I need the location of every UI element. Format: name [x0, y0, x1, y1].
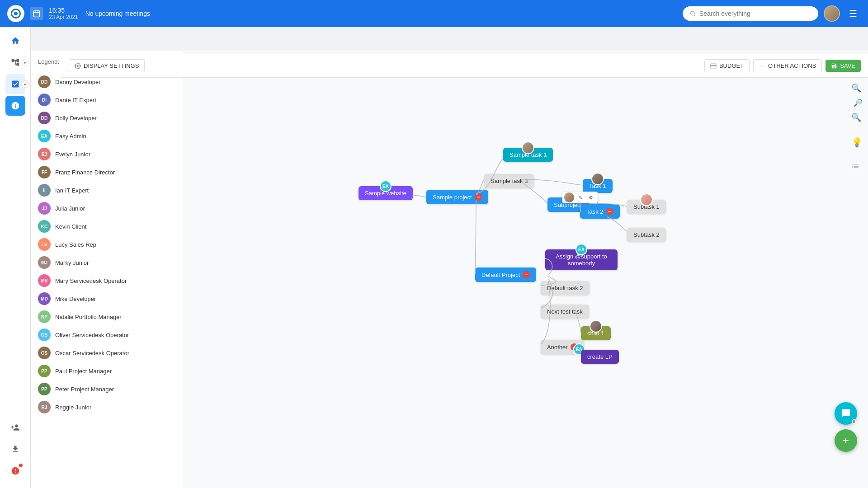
- node-sample-project[interactable]: Sample project −: [426, 190, 488, 204]
- app-logo[interactable]: [7, 5, 24, 22]
- node-subtask-1[interactable]: Subtask 1: [627, 200, 666, 214]
- legend-item[interactable]: JJJulia Junior: [31, 199, 182, 217]
- sidebar-expand-btn[interactable]: ▸: [22, 59, 29, 66]
- legend-item[interactable]: FFFranz Finance Director: [31, 163, 182, 181]
- avatar-sample-task-1: [522, 141, 534, 154]
- legend-panel: Legend: Assignee ▼ ▲ DDDanny DeveloperDI…: [31, 51, 182, 488]
- other-actions-button[interactable]: OTHER ACTIONS: [753, 59, 822, 72]
- add-fab-button[interactable]: +: [835, 429, 857, 452]
- svg-point-9: [762, 66, 763, 66]
- left-sidebar: ▸ ▸: [0, 27, 31, 488]
- display-settings-button[interactable]: DISPLAY SETTINGS: [69, 59, 145, 72]
- legend-item[interactable]: KCKevin Client: [31, 217, 182, 235]
- search-input[interactable]: [699, 10, 811, 17]
- node-task-2-minus[interactable]: −: [606, 208, 613, 215]
- legend-item[interactable]: EJEvelyn Junior: [31, 145, 182, 163]
- search-bar[interactable]: [683, 6, 818, 21]
- legend-item[interactable]: LSLucy Sales Rep: [31, 235, 182, 253]
- zoom-in-icon[interactable]: 🔍: [849, 81, 864, 95]
- calendar-icon[interactable]: [30, 7, 43, 20]
- legend-item-name: Easy Admin: [55, 133, 86, 140]
- sidebar-icon-add-user[interactable]: [5, 418, 25, 437]
- node-task-1[interactable]: Task 1: [583, 179, 613, 193]
- chat-fab-button[interactable]: [835, 402, 857, 425]
- save-label: SAVE: [840, 62, 855, 69]
- legend-item-name: Lucy Sales Rep: [55, 241, 96, 248]
- legend-item-name: Mike Developer: [55, 296, 96, 302]
- meeting-status: No upcoming meetings: [85, 10, 150, 17]
- legend-item-name: Franz Finance Director: [55, 169, 115, 176]
- sidebar-icon-tree[interactable]: ▸: [5, 52, 25, 72]
- svg-point-6: [77, 65, 79, 67]
- legend-item[interactable]: OSOscar Servicedesk Operator: [31, 344, 182, 362]
- legend-item-name: Reggie Junior: [55, 404, 91, 411]
- canvas-area[interactable]: 🏴 🔍 🔍 🔍 💡 EA Sample website: [182, 51, 868, 488]
- svg-line-5: [694, 15, 695, 16]
- hamburger-menu[interactable]: ☰: [845, 6, 861, 21]
- bulb-icon[interactable]: 💡: [849, 135, 864, 150]
- legend-item[interactable]: DDDolly Developer: [31, 109, 182, 127]
- node-assign-support[interactable]: EA Assign @support to somebody: [545, 249, 618, 270]
- legend-item[interactable]: IIIan IT Expert: [31, 181, 182, 199]
- legend-item[interactable]: MDMike Developer: [31, 290, 182, 308]
- svg-point-10: [760, 66, 761, 66]
- legend-item-name: Paul Project Manager: [55, 368, 112, 375]
- node-task-2[interactable]: Task 2 −: [580, 204, 620, 219]
- legend-item[interactable]: PPPeter Project Manager: [31, 380, 182, 398]
- node-default-task-2[interactable]: Default task 2: [541, 281, 590, 295]
- zoom-reset-icon[interactable]: 🔍: [849, 97, 864, 109]
- list-icon[interactable]: [849, 160, 864, 174]
- legend-avatar: MJ: [38, 256, 51, 269]
- sidebar-icon-export[interactable]: [5, 439, 25, 459]
- node-sample-project-label: Sample project: [433, 194, 472, 201]
- avatar-subtask-1: [640, 193, 653, 206]
- legend-avatar: OS: [38, 347, 51, 359]
- avatar-child-1: [590, 320, 602, 333]
- sidebar-icon-info[interactable]: [5, 96, 25, 116]
- alert-badge: [19, 464, 23, 467]
- legend-item[interactable]: MSMary Servicedesk Operator: [31, 272, 182, 290]
- node-default-project-minus[interactable]: −: [523, 271, 530, 278]
- topbar: 16:35 23 Apr 2021 No upcoming meetings ☰: [0, 0, 868, 27]
- node-create-lp[interactable]: create LP: [581, 350, 619, 364]
- legend-item-name: Evelyn Junior: [55, 151, 90, 158]
- legend-avatar: KC: [38, 220, 51, 233]
- legend-item[interactable]: RJReggie Junior: [31, 398, 182, 416]
- node-sample-task-1[interactable]: Sample task 1: [503, 148, 553, 162]
- legend-item[interactable]: MJMarky Junior: [31, 253, 182, 272]
- task2-avatar-btn[interactable]: [564, 192, 574, 202]
- budget-button[interactable]: BUDGET: [704, 59, 750, 72]
- node-sample-task-3[interactable]: Sample task 3: [484, 174, 534, 188]
- node-child-1[interactable]: child 1: [581, 326, 611, 340]
- node-next-test-task-label: Next test task: [547, 308, 583, 315]
- node-default-project[interactable]: Default Project −: [475, 267, 536, 282]
- sidebar-icon-home[interactable]: [5, 31, 25, 51]
- legend-item[interactable]: NPNatalie Portfolio Manager: [31, 308, 182, 326]
- sidebar-icon-tasks[interactable]: ▸: [5, 74, 25, 94]
- legend-item[interactable]: DIDante IT Expert: [31, 91, 182, 109]
- legend-avatar: EJ: [38, 148, 51, 160]
- node-sample-website[interactable]: EA Sample website: [359, 186, 413, 200]
- task2-edit-btn[interactable]: ✎: [575, 192, 585, 202]
- legend-item[interactable]: PPPaul Project Manager: [31, 362, 182, 380]
- legend-item[interactable]: OSOliver Servicedesk Operator: [31, 326, 182, 344]
- node-next-test-task[interactable]: Next test task: [541, 305, 589, 319]
- sidebar-expand-tasks[interactable]: ▸: [22, 80, 29, 88]
- current-date: 23 Apr 2021: [49, 14, 78, 20]
- node-sample-project-minus[interactable]: −: [475, 193, 482, 201]
- legend-item-name: Marky Junior: [55, 259, 89, 266]
- user-avatar[interactable]: [824, 5, 840, 22]
- save-button[interactable]: SAVE: [826, 60, 861, 72]
- legend-item-name: Peter Project Manager: [55, 386, 114, 393]
- sidebar-icon-alert[interactable]: [5, 461, 25, 481]
- legend-item[interactable]: EAEasy Admin: [31, 127, 182, 145]
- svg-rect-0: [33, 11, 40, 17]
- node-subtask-2[interactable]: Subtask 2: [627, 228, 666, 242]
- legend-list: DDDanny DeveloperDIDante IT ExpertDDDoll…: [31, 71, 182, 488]
- task2-settings-btn[interactable]: ⚙: [586, 192, 596, 202]
- toolbar: DISPLAY SETTINGS BUDGET OTHER ACTIONS SA…: [61, 54, 868, 78]
- svg-point-11: [764, 66, 764, 66]
- legend-avatar: JJ: [38, 202, 51, 215]
- zoom-out-icon[interactable]: 🔍: [849, 111, 864, 124]
- sidebar-bottom: [5, 418, 25, 484]
